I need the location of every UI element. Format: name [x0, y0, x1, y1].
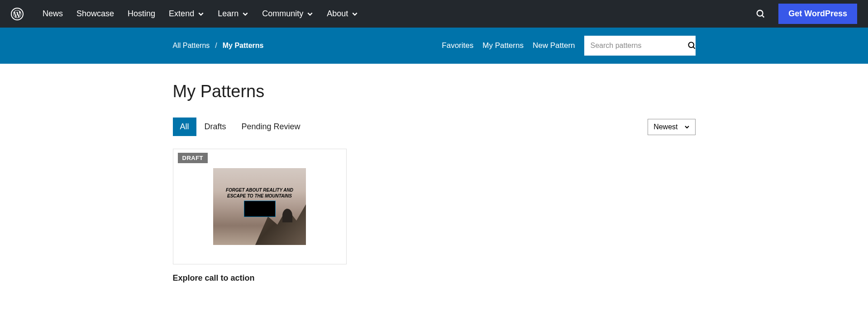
svg-point-2: [688, 42, 694, 48]
chevron-down-icon: [242, 11, 248, 17]
nav-label: Hosting: [128, 9, 155, 19]
chevron-down-icon: [307, 11, 313, 17]
breadcrumb-current: My Patterns: [223, 42, 264, 50]
content: My Patterns All Drafts Pending Review Ne…: [164, 64, 705, 283]
sub-link-new-pattern[interactable]: New Pattern: [533, 41, 575, 50]
sub-link-favorites[interactable]: Favorites: [442, 41, 473, 50]
nav-item-extend[interactable]: Extend: [162, 5, 210, 22]
svg-line-3: [693, 47, 695, 49]
nav-label: Showcase: [76, 9, 114, 19]
patterns-grid: DRAFT FORGET ABOUT REALITY AND ESCAPE TO…: [173, 149, 696, 283]
search-input[interactable]: [584, 37, 687, 54]
nav-label: Learn: [218, 9, 238, 19]
preview-thumbnail: FORGET ABOUT REALITY AND ESCAPE TO THE M…: [213, 168, 306, 245]
nav-label: News: [43, 9, 63, 19]
breadcrumb: All Patterns / My Patterns: [173, 42, 264, 50]
pattern-preview[interactable]: DRAFT FORGET ABOUT REALITY AND ESCAPE TO…: [173, 149, 347, 264]
pattern-title: Explore call to action: [173, 273, 347, 283]
sub-links: Favorites My Patterns New Pattern: [442, 41, 575, 50]
breadcrumb-separator: /: [215, 42, 217, 50]
tab-drafts[interactable]: Drafts: [197, 118, 234, 136]
nav-item-showcase[interactable]: Showcase: [70, 5, 120, 22]
nav-item-hosting[interactable]: Hosting: [121, 5, 162, 22]
top-nav: News Showcase Hosting Extend Learn Commu…: [0, 0, 868, 28]
nav-item-about[interactable]: About: [320, 5, 364, 22]
nav-label: Extend: [169, 9, 194, 19]
tab-pending-review[interactable]: Pending Review: [234, 118, 308, 136]
sub-nav: All Patterns / My Patterns Favorites My …: [0, 28, 868, 64]
nav-item-community[interactable]: Community: [256, 5, 320, 22]
search-box: [584, 36, 696, 56]
preview-cta-button: [244, 201, 276, 217]
wordpress-logo[interactable]: [11, 8, 24, 20]
nav-label: About: [327, 9, 348, 19]
nav-item-news[interactable]: News: [36, 5, 69, 22]
svg-point-0: [757, 10, 763, 16]
status-badge: DRAFT: [178, 153, 208, 163]
chevron-down-icon: [684, 124, 690, 130]
filter-row: All Drafts Pending Review Newest: [173, 118, 696, 136]
nav-links: News Showcase Hosting Extend Learn Commu…: [36, 5, 364, 22]
pattern-card: DRAFT FORGET ABOUT REALITY AND ESCAPE TO…: [173, 149, 347, 283]
chevron-down-icon: [352, 11, 358, 17]
sort-label: Newest: [653, 123, 677, 131]
search-button[interactable]: [687, 37, 696, 55]
preview-heading: FORGET ABOUT REALITY AND ESCAPE TO THE M…: [213, 187, 306, 199]
search-icon: [687, 41, 696, 50]
page-title: My Patterns: [173, 82, 696, 101]
get-wordpress-button[interactable]: Get WordPress: [778, 4, 857, 24]
nav-label: Community: [262, 9, 303, 19]
nav-item-learn[interactable]: Learn: [211, 5, 255, 22]
tab-all[interactable]: All: [173, 118, 196, 136]
sub-link-my-patterns[interactable]: My Patterns: [482, 41, 524, 50]
breadcrumb-root[interactable]: All Patterns: [173, 42, 210, 50]
chevron-down-icon: [198, 11, 204, 17]
svg-line-1: [762, 15, 764, 17]
search-icon[interactable]: [756, 9, 766, 19]
sort-select[interactable]: Newest: [648, 119, 695, 135]
figure-shape: [282, 209, 292, 222]
